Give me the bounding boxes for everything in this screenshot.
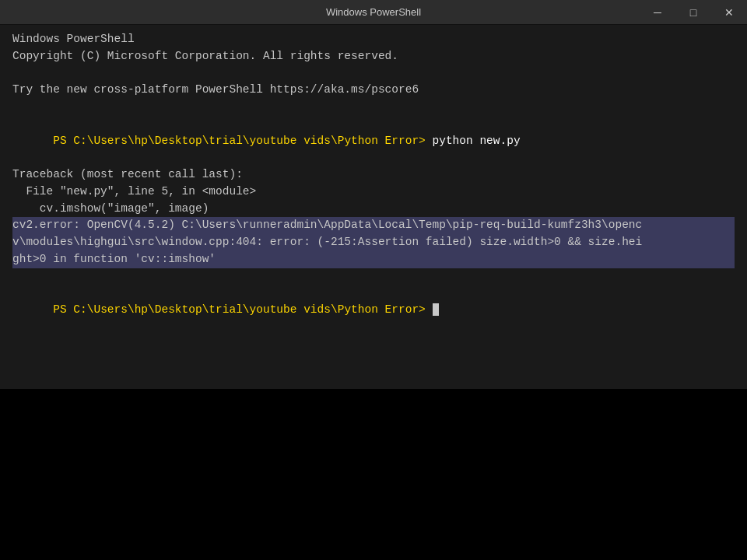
minimize-button[interactable]: ─: [640, 0, 675, 25]
terminal-blank: [12, 99, 735, 116]
terminal-traceback-1: Traceback (most recent call last):: [12, 166, 735, 184]
terminal-line: Windows PowerShell: [12, 31, 735, 48]
close-button[interactable]: ✕: [711, 0, 747, 25]
terminal-line: Copyright (C) Microsoft Corporation. All…: [12, 48, 735, 65]
terminal-body[interactable]: Windows PowerShell Copyright (C) Microso…: [0, 25, 747, 389]
cursor-blink: [433, 303, 439, 316]
terminal-error-2: v\modules\highgui\src\window.cpp:404: er…: [12, 234, 735, 251]
bottom-empty-area: [0, 389, 747, 560]
terminal-window: Windows PowerShell ─ □ ✕ Windows PowerSh…: [0, 0, 747, 560]
terminal-error-1: cv2.error: OpenCV(4.5.2) C:\Users\runner…: [12, 217, 735, 234]
command-text: python new.py: [433, 135, 521, 147]
terminal-traceback-3: cv.imshow("image", image): [12, 201, 735, 218]
terminal-blank: [12, 65, 735, 82]
terminal-line: Try the new cross-platform PowerShell ht…: [12, 82, 735, 99]
terminal-error-3: ght>0 in function 'cv::imshow': [12, 251, 735, 268]
terminal-prompt-1: PS C:\Users\hp\Desktop\trial\youtube vid…: [12, 116, 735, 166]
maximize-button[interactable]: □: [675, 0, 711, 25]
prompt-text: PS C:\Users\hp\Desktop\trial\youtube vid…: [53, 135, 432, 147]
terminal-prompt-2: PS C:\Users\hp\Desktop\trial\youtube vid…: [12, 285, 735, 335]
title-bar: Windows PowerShell ─ □ ✕: [0, 0, 747, 25]
title-bar-controls: ─ □ ✕: [640, 0, 747, 25]
terminal-traceback-2: File "new.py", line 5, in <module>: [12, 184, 735, 201]
prompt-text-2: PS C:\Users\hp\Desktop\trial\youtube vid…: [53, 303, 432, 316]
terminal-blank: [12, 268, 735, 285]
title-bar-label: Windows PowerShell: [326, 6, 421, 18]
